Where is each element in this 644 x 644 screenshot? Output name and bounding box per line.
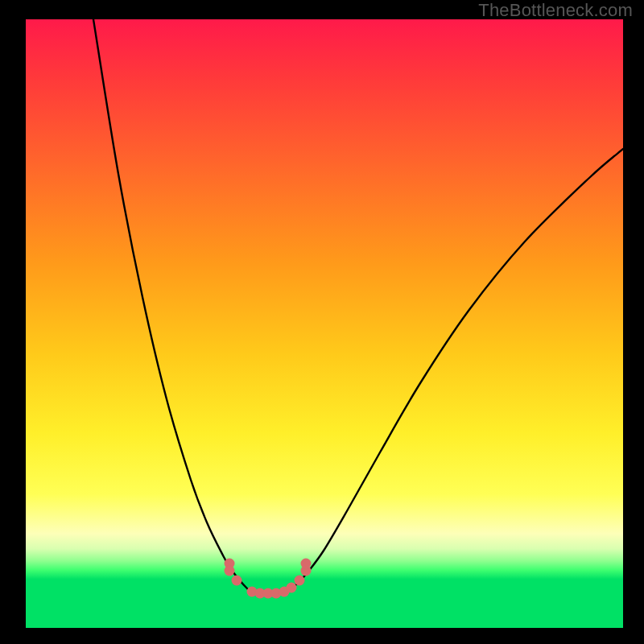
plot-area xyxy=(26,19,623,628)
highlight-dots xyxy=(225,559,312,599)
bottleneck-curve xyxy=(93,19,623,593)
highlight-dot xyxy=(295,576,305,586)
highlight-dot xyxy=(232,576,242,586)
highlight-dot xyxy=(287,583,297,593)
chart-svg xyxy=(26,19,623,628)
highlight-dot xyxy=(225,566,235,576)
highlight-dot xyxy=(301,559,312,569)
credit-text: TheBottleneck.com xyxy=(478,0,633,21)
